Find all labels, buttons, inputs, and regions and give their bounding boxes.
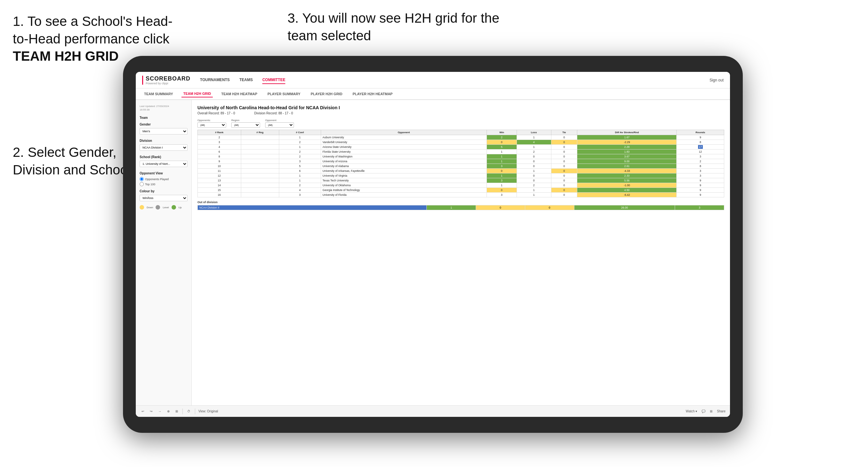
- opponent-view-radios: Opponents Played Top 100: [140, 177, 188, 186]
- table-row: 2 1 Auburn University 2 1 0 1.67 9: [198, 135, 724, 140]
- colour-legend: Down Level Up: [140, 205, 188, 210]
- logo-text: SCOREBOARD: [146, 75, 190, 82]
- table-row: 9 3 University of Arizona 1 0 0 9.00 2: [198, 159, 724, 164]
- legend-level-dot: [156, 205, 160, 210]
- toolbar-copy[interactable]: ⊕: [166, 409, 171, 414]
- nav-committee[interactable]: COMMITTEE: [262, 76, 285, 84]
- annotation-3: 3. You will now see H2H grid for the tea…: [287, 9, 511, 44]
- toolbar-divider-1: [182, 409, 183, 414]
- h2h-table: # Rank # Reg # Conf Opponent Win Loss Ti…: [197, 130, 724, 197]
- filter-opponent: Opponent (All): [265, 119, 294, 128]
- table-row: 3 2 Vanderbilt University 0 4 0 -2.29 8: [198, 140, 724, 145]
- logo-red-bar: [142, 76, 143, 85]
- filter-region: Region (All): [231, 119, 260, 128]
- team-label: Team: [140, 116, 188, 120]
- toolbar-right: Watch ▾ 💬 ⊞ Share: [686, 409, 725, 413]
- legend-down-dot: [140, 205, 144, 210]
- opponent-view-label: Opponent View: [140, 172, 188, 175]
- colour-label: Colour by: [140, 189, 188, 193]
- out-div-win: 1: [427, 206, 476, 210]
- overall-record: Overall Record: 89 - 17 - 0: [197, 112, 235, 115]
- out-div-diff: 26.00: [574, 206, 675, 210]
- table-row: 16 3 University of Florida 3 1 0 -6.42 9: [198, 193, 724, 197]
- school-label: School (Rank): [140, 155, 188, 159]
- legend-up-label: Up: [179, 206, 182, 209]
- table-row: 10 5 University of Alabama 3 0 0 2.61 8: [198, 164, 724, 169]
- nav-links: TOURNAMENTS TEAMS COMMITTEE: [200, 76, 710, 84]
- col-loss: Loss: [517, 130, 551, 135]
- out-div-tie: 0: [525, 206, 574, 210]
- out-div-row: NCAA Division II 1 0 0 26.00 3: [198, 206, 724, 210]
- legend-up-dot: [172, 205, 176, 210]
- table-row: 4 1 Arizona State University 5 1 0 2.29 …: [198, 145, 724, 150]
- subnav-player-h2h-heatmap[interactable]: PLAYER H2H HEATMAP: [351, 91, 395, 97]
- subnav: TEAM SUMMARY TEAM H2H GRID TEAM H2H HEAT…: [136, 89, 730, 100]
- subnav-player-h2h-grid[interactable]: PLAYER H2H GRID: [309, 91, 344, 97]
- filter-row: Opponents: (All) Region (All) Opponent: [197, 119, 724, 128]
- grid-records: Overall Record: 89 - 17 - 0 Division Rec…: [197, 112, 724, 115]
- toolbar-comment[interactable]: 💬: [702, 409, 705, 413]
- table-row: 6 2 Florida State University 1 2 0 1.83 …: [198, 150, 724, 154]
- main-content: Last Updated: 27/03/2024 16:55:38 Team G…: [136, 100, 730, 405]
- gender-select[interactable]: Men's: [140, 128, 188, 134]
- grid-area: University of North Carolina Head-to-Hea…: [192, 100, 730, 405]
- logo-area: SCOREBOARD Powered by clippi: [142, 75, 190, 85]
- nav-tournaments[interactable]: TOURNAMENTS: [200, 76, 230, 84]
- opponent-filter-select[interactable]: (All): [265, 122, 294, 128]
- sidebar: Last Updated: 27/03/2024 16:55:38 Team G…: [136, 100, 192, 405]
- bottom-toolbar: ↩ ↪ → ⊕ ⊞ ⏱ View: Original Watch ▾ 💬 ⊞ S…: [136, 405, 730, 417]
- opponents-filter-select[interactable]: (All): [197, 122, 226, 128]
- division-label: Division: [140, 139, 188, 143]
- table-row: 13 1 Texas Tech University 3 0 0 5.56 9: [198, 178, 724, 183]
- subnav-player-summary[interactable]: PLAYER SUMMARY: [266, 91, 302, 97]
- table-row: 11 6 University of Arkansas, Fayettevill…: [198, 169, 724, 174]
- out-div-loss: 0: [476, 206, 525, 210]
- tablet-screen: SCOREBOARD Powered by clippi TOURNAMENTS…: [136, 72, 730, 417]
- region-filter-select[interactable]: (All): [231, 122, 260, 128]
- colour-select[interactable]: Win/loss: [140, 195, 188, 201]
- toolbar-divider-2: [195, 409, 195, 414]
- division-record: Division Record: 88 - 17 - 0: [254, 112, 293, 115]
- legend-down-label: Down: [147, 206, 153, 209]
- gender-label: Gender: [140, 123, 188, 126]
- toolbar-paste[interactable]: ⊞: [174, 409, 179, 414]
- col-reg: # Reg: [241, 130, 279, 135]
- col-win: Win: [487, 130, 517, 135]
- division-select[interactable]: NCAA Division I: [140, 145, 188, 151]
- filter-opponents: Opponents: (All): [197, 119, 226, 128]
- toolbar-share[interactable]: Share: [717, 409, 725, 413]
- col-conf: # Conf: [279, 130, 321, 135]
- col-tie: Tie: [551, 130, 577, 135]
- grid-title: University of North Carolina Head-to-Hea…: [197, 105, 724, 110]
- legend-level-label: Level: [163, 206, 169, 209]
- sign-out-button[interactable]: Sign out: [710, 78, 723, 83]
- toolbar-clock[interactable]: ⏱: [186, 409, 192, 414]
- nav-teams[interactable]: TEAMS: [239, 76, 253, 84]
- col-opponent: Opponent: [321, 130, 487, 135]
- school-select[interactable]: 1. University of Nort...: [140, 161, 188, 167]
- subnav-team-summary[interactable]: TEAM SUMMARY: [142, 91, 175, 97]
- timestamp: Last Updated: 27/03/2024 16:55:38: [140, 104, 188, 112]
- table-row: 15 4 Georgia Institute of Technology 0 1…: [198, 188, 724, 193]
- navbar: SCOREBOARD Powered by clippi TOURNAMENTS…: [136, 72, 730, 89]
- toolbar-watch[interactable]: Watch ▾: [686, 409, 698, 413]
- table-row: 12 1 University of Virginia 1 0 0 2.33 3: [198, 174, 724, 178]
- radio-top100[interactable]: Top 100: [140, 182, 188, 186]
- toolbar-forward[interactable]: →: [157, 409, 163, 414]
- radio-opponents-played[interactable]: Opponents Played: [140, 177, 188, 181]
- col-diff: Diff Av Strokes/Rnd: [577, 130, 677, 135]
- out-of-div-label: Out of division: [197, 200, 724, 204]
- toolbar-redo[interactable]: ↪: [149, 409, 154, 414]
- toolbar-view-label[interactable]: View: Original: [198, 409, 218, 413]
- toolbar-grid-view[interactable]: ⊞: [710, 409, 712, 413]
- table-row: 8 2 University of Washington 1 0 0 3.67 …: [198, 154, 724, 159]
- toolbar-undo[interactable]: ↩: [140, 409, 145, 414]
- out-div-table: NCAA Division II 1 0 0 26.00 3: [197, 205, 724, 210]
- out-div-rounds: 3: [675, 206, 724, 210]
- logo-powered: Powered by clippi: [146, 82, 190, 85]
- subnav-team-h2h-heatmap[interactable]: TEAM H2H HEATMAP: [219, 91, 259, 97]
- tablet-bezel: SCOREBOARD Powered by clippi TOURNAMENTS…: [123, 56, 743, 433]
- table-row: 14 2 University of Oklahoma 1 2 0 -1.00 …: [198, 183, 724, 188]
- subnav-team-h2h-grid[interactable]: TEAM H2H GRID: [182, 90, 213, 97]
- out-div-name: NCAA Division II: [198, 206, 427, 210]
